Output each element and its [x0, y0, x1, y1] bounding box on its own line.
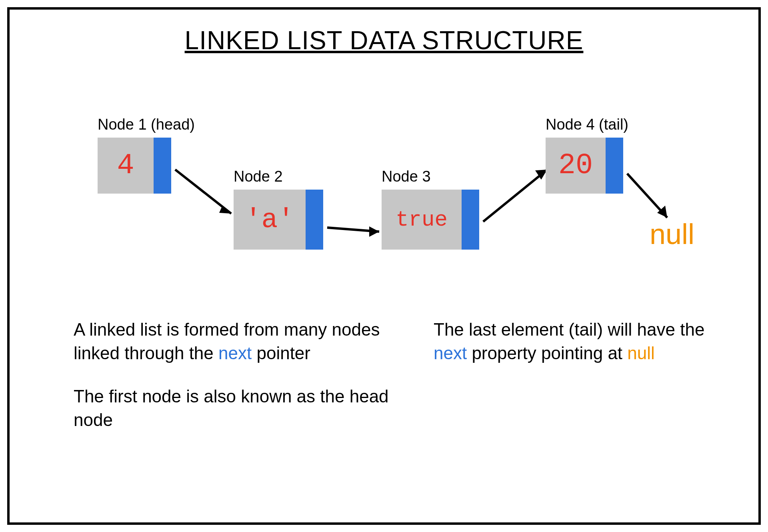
desc-text: pointer: [252, 343, 310, 363]
node-3-pointer: [462, 190, 479, 250]
desc-left-p1: A linked list is formed from many nodes …: [74, 318, 406, 365]
node-4-value: 20: [546, 138, 606, 194]
node-1-pointer: [154, 138, 171, 194]
next-keyword: next: [218, 343, 252, 363]
null-keyword: null: [627, 343, 655, 363]
node-2-value: 'a': [234, 190, 306, 250]
arrow-icon: [171, 162, 243, 226]
node-1-value: 4: [98, 138, 154, 194]
linked-list-diagram: Node 1 (head) 4 Node 2 'a' Node 3 true: [82, 114, 690, 282]
arrow-icon: [323, 218, 391, 242]
node-2-pointer: [306, 190, 323, 250]
node-3-label: Node 3: [382, 168, 431, 185]
node-2: Node 2 'a': [234, 190, 323, 250]
svg-marker-7: [657, 206, 667, 218]
svg-line-6: [627, 174, 667, 218]
svg-line-4: [483, 170, 547, 222]
desc-text: The last element (tail) will have the: [434, 320, 704, 339]
node-4: Node 4 (tail) 20: [546, 138, 623, 194]
null-label: null: [650, 218, 694, 250]
description-left: A linked list is formed from many nodes …: [74, 318, 406, 432]
desc-right-p1: The last element (tail) will have the ne…: [434, 318, 714, 365]
diagram-frame: LINKED LIST DATA STRUCTURE Node 1 (head)…: [7, 7, 761, 525]
next-keyword: next: [434, 343, 467, 363]
node-4-label: Node 4 (tail): [546, 116, 628, 133]
svg-line-0: [175, 170, 231, 214]
svg-marker-3: [369, 226, 379, 237]
page-title: LINKED LIST DATA STRUCTURE: [10, 26, 758, 55]
desc-left-p2: The first node is also known as the head…: [74, 384, 406, 432]
node-1: Node 1 (head) 4: [98, 138, 171, 194]
node-1-label: Node 1 (head): [98, 116, 195, 133]
node-4-pointer: [606, 138, 623, 194]
node-2-label: Node 2: [234, 168, 283, 185]
desc-text: property pointing at: [467, 343, 627, 363]
svg-marker-1: [219, 206, 231, 214]
description-right: The last element (tail) will have the ne…: [434, 318, 714, 365]
node-3: Node 3 true: [382, 190, 479, 250]
svg-line-2: [327, 228, 379, 232]
node-3-value: true: [382, 190, 462, 250]
